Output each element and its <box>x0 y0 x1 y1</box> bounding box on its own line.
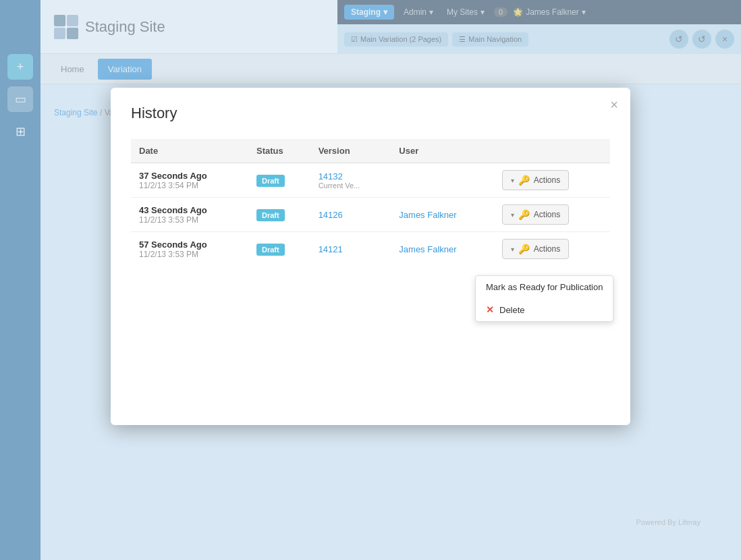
row2-user: James Falkner <box>391 198 493 232</box>
modal-close-button[interactable]: × <box>610 98 618 111</box>
actions-button-3[interactable]: ▾ 🔑 Actions <box>502 239 569 259</box>
col-status: Status <box>248 139 310 163</box>
row3-status: Draft <box>248 232 310 267</box>
modal-overlay: History × Date Status Version User 37 Se… <box>0 0 741 560</box>
row1-version: 14132 Current Ve... <box>310 163 391 198</box>
row3-version: 14121 <box>310 232 391 267</box>
col-user: User <box>391 139 493 163</box>
col-actions <box>494 139 610 163</box>
row2-date: 43 Seconds Ago 11/2/13 3:53 PM <box>131 198 248 232</box>
table-row: 37 Seconds Ago 11/2/13 3:54 PM Draft 141… <box>131 163 610 198</box>
row1-actions-cell: ▾ 🔑 Actions <box>494 163 610 198</box>
actions-button-2[interactable]: ▾ 🔑 Actions <box>502 204 569 225</box>
actions-dropdown-menu: Mark as Ready for Publication ✕ Delete <box>475 275 613 322</box>
row3-user: James Falkner <box>391 232 493 267</box>
row3-actions-cell: ▾ 🔑 Actions <box>494 232 610 267</box>
col-version: Version <box>310 139 391 163</box>
delete-item[interactable]: ✕ Delete <box>476 298 613 321</box>
row1-status: Draft <box>248 163 310 198</box>
table-row: 57 Seconds Ago 11/2/13 3:53 PM Draft 141… <box>131 232 610 267</box>
row2-version: 14126 <box>310 198 391 232</box>
row1-user <box>391 163 493 198</box>
history-modal: History × Date Status Version User 37 Se… <box>111 88 630 425</box>
modal-title: History <box>131 105 610 122</box>
mark-as-ready-item[interactable]: Mark as Ready for Publication <box>476 276 613 298</box>
col-date: Date <box>131 139 248 163</box>
row2-status: Draft <box>248 198 310 232</box>
table-row: 43 Seconds Ago 11/2/13 3:53 PM Draft 141… <box>131 198 610 232</box>
history-table: Date Status Version User 37 Seconds Ago … <box>131 139 610 266</box>
row2-actions-cell: ▾ 🔑 Actions <box>494 198 610 232</box>
row3-date: 57 Seconds Ago 11/2/13 3:53 PM <box>131 232 248 267</box>
actions-button-1[interactable]: ▾ 🔑 Actions <box>502 170 569 190</box>
row1-date: 37 Seconds Ago 11/2/13 3:54 PM <box>131 163 248 198</box>
